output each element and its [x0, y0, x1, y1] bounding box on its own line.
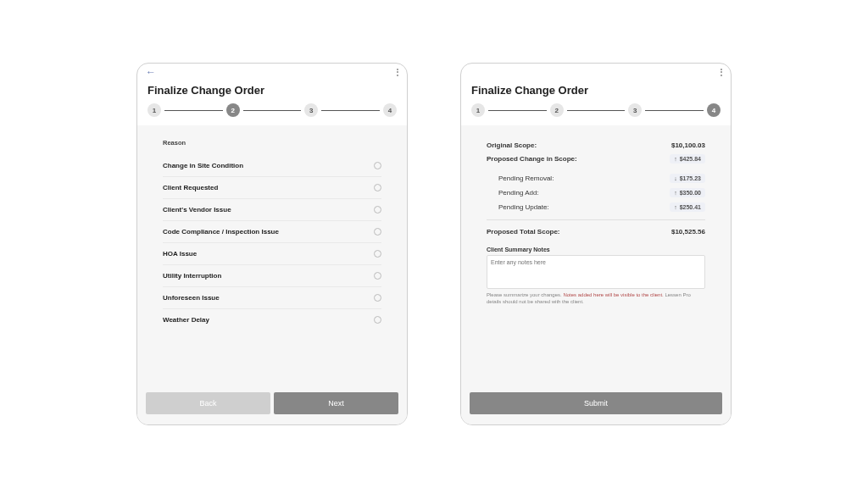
content-area: Reason Change in Site Condition Client R… — [137, 125, 407, 424]
pending-add-row: Pending Add: ↑ $350.00 — [487, 186, 705, 200]
help-warning: Notes added here will be visible to the … — [563, 292, 663, 297]
reason-label: Client Requested — [163, 184, 218, 191]
reason-option[interactable]: Client's Vendor Issue — [163, 199, 381, 221]
reason-option[interactable]: Unforeseen Issue — [163, 287, 381, 309]
reason-label: Weather Delay — [163, 316, 209, 324]
arrow-down-icon: ↓ — [674, 175, 677, 181]
label: Proposed Total Scope: — [487, 228, 560, 236]
radio-icon — [374, 206, 381, 214]
value: $175.23 — [680, 175, 701, 181]
step-3[interactable]: 3 — [304, 103, 318, 117]
arrow-up-icon: ↑ — [674, 190, 677, 196]
label: Pending Add: — [498, 189, 539, 197]
step-3[interactable]: 3 — [628, 103, 642, 117]
page-title: Finalize Change Order — [137, 80, 407, 103]
step-2[interactable]: 2 — [226, 103, 240, 117]
notes-label: Client Summary Notes — [487, 247, 705, 252]
radio-icon — [374, 294, 381, 302]
step-4[interactable]: 4 — [383, 103, 397, 117]
progress-stepper: 1 2 3 4 — [137, 103, 407, 125]
kebab-menu-icon[interactable] — [397, 69, 398, 76]
step-line — [645, 110, 704, 111]
help-text: Please summarize your changes. — [487, 292, 563, 297]
change-order-step2-screen: ← Finalize Change Order 1 2 3 4 Reason C… — [136, 63, 408, 425]
summary-area: Original Scope: $10,100.03 Proposed Chan… — [461, 125, 731, 385]
kebab-menu-icon[interactable] — [721, 69, 722, 76]
step-1[interactable]: 1 — [471, 103, 485, 117]
step-line — [567, 110, 626, 111]
reason-label: Client's Vendor Issue — [163, 206, 231, 214]
reason-label: HOA Issue — [163, 250, 197, 258]
reason-option[interactable]: Change in Site Condition — [163, 155, 381, 177]
value: $10,100.03 — [671, 141, 705, 149]
client-notes-textarea[interactable] — [487, 255, 705, 289]
value: $350.00 — [680, 190, 701, 196]
divider — [487, 219, 705, 220]
back-arrow-icon[interactable]: ← — [146, 66, 156, 78]
step-1[interactable]: 1 — [147, 103, 161, 117]
next-button[interactable]: Next — [274, 392, 398, 414]
value: $250.41 — [680, 204, 701, 210]
change-pill: ↑ $425.84 — [670, 154, 705, 164]
step-4[interactable]: 4 — [707, 103, 721, 117]
topbar: ← — [137, 64, 407, 80]
footer-bar: Submit — [461, 385, 731, 424]
notes-help-text: Please summarize your changes. Notes add… — [487, 292, 705, 306]
change-pill: ↑ $250.41 — [670, 202, 705, 212]
value: $10,525.56 — [671, 228, 705, 236]
value: $425.84 — [680, 156, 701, 162]
step-2[interactable]: 2 — [550, 103, 564, 117]
reason-option[interactable]: Weather Delay — [163, 309, 381, 330]
step-line — [321, 110, 380, 111]
reason-option[interactable]: Client Requested — [163, 177, 381, 199]
reason-label: Code Compliance / Inspection Issue — [163, 228, 279, 236]
page-title: Finalize Change Order — [461, 80, 731, 103]
reason-label: Change in Site Condition — [163, 162, 243, 169]
progress-stepper: 1 2 3 4 — [461, 103, 731, 125]
step-line — [164, 110, 223, 111]
radio-icon — [374, 272, 381, 280]
reason-option[interactable]: HOA Issue — [163, 243, 381, 265]
change-pill: ↑ $350.00 — [670, 188, 705, 197]
back-button[interactable]: Back — [146, 392, 270, 414]
submit-button[interactable]: Submit — [470, 392, 722, 414]
pending-update-row: Pending Update: ↑ $250.41 — [487, 200, 705, 214]
original-scope-row: Original Scope: $10,100.03 — [487, 139, 705, 152]
topbar — [461, 64, 731, 80]
reason-section-label: Reason — [163, 139, 381, 147]
radio-icon — [374, 250, 381, 258]
change-pill: ↓ $175.23 — [670, 174, 705, 183]
proposed-change-row: Proposed Change in Scope: ↑ $425.84 — [487, 152, 705, 166]
radio-icon — [374, 228, 381, 236]
footer-bar: Back Next — [137, 385, 407, 424]
change-order-step4-screen: Finalize Change Order 1 2 3 4 Original S… — [460, 63, 732, 425]
radio-icon — [374, 162, 381, 169]
reason-label: Unforeseen Issue — [163, 294, 220, 302]
reason-list: Reason Change in Site Condition Client R… — [137, 125, 407, 385]
pending-removal-row: Pending Removal: ↓ $175.23 — [487, 171, 705, 186]
arrow-up-icon: ↑ — [674, 204, 677, 210]
label: Proposed Change in Scope: — [487, 155, 577, 163]
reason-option[interactable]: Code Compliance / Inspection Issue — [163, 221, 381, 243]
label: Original Scope: — [487, 141, 537, 149]
reason-option[interactable]: Utility Interruption — [163, 265, 381, 287]
reason-label: Utility Interruption — [163, 272, 221, 280]
content-area: Original Scope: $10,100.03 Proposed Chan… — [461, 125, 731, 424]
radio-icon — [374, 184, 381, 191]
arrow-up-icon: ↑ — [674, 156, 677, 162]
radio-icon — [374, 316, 381, 324]
step-line — [488, 110, 547, 111]
proposed-total-row: Proposed Total Scope: $10,525.56 — [487, 225, 705, 238]
label: Pending Update: — [498, 203, 549, 211]
label: Pending Removal: — [498, 175, 554, 182]
step-line — [243, 110, 302, 111]
